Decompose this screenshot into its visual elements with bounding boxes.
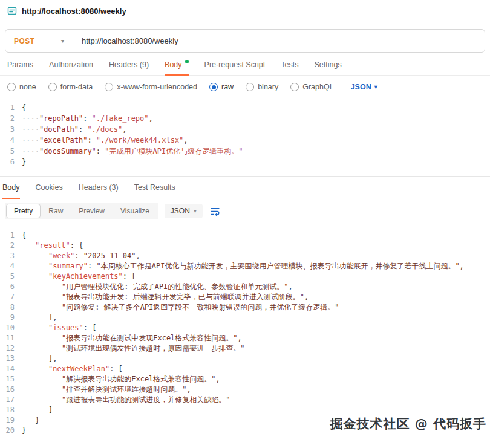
body-mode-raw[interactable]: raw	[209, 83, 234, 91]
code-text: {	[22, 102, 490, 113]
radio-icon-selected	[209, 83, 218, 91]
code-line: 1{	[0, 102, 490, 113]
line-number: 17	[0, 395, 22, 405]
response-tab-cookies[interactable]: Cookies	[36, 177, 63, 198]
tab-label: Headers (3)	[79, 183, 119, 192]
tab-label: Tests	[281, 60, 298, 69]
chevron-down-icon: ▾	[374, 84, 377, 90]
request-body-editor[interactable]: 1{2····"repoPath": "./fake_repo",3····"d…	[0, 97, 490, 176]
wrap-text-button[interactable]	[210, 206, 220, 216]
body-mode-none[interactable]: none	[7, 83, 36, 91]
tab-params[interactable]: Params	[7, 54, 33, 75]
body-mode-form-data[interactable]: form-data	[48, 83, 93, 91]
raw-language-selector[interactable]: JSON ▾	[351, 83, 377, 91]
response-language-selector[interactable]: JSON ▾	[165, 204, 203, 218]
line-number: 1	[0, 102, 22, 113]
code-line: 11"报表导出功能在测试中发现Excel格式兼容性问题。",	[0, 333, 490, 343]
body-mode-graphql[interactable]: GraphQL	[290, 83, 333, 91]
code-token: "result"	[35, 241, 70, 250]
line-number: 9	[0, 313, 22, 323]
code-line: 18]	[0, 405, 490, 415]
word-wrap-icon	[210, 206, 220, 216]
code-line: 16"排查并解决测试环境连接超时问题。",	[0, 385, 490, 395]
code-text: "报表导出功能开发: 后端逻辑开发完毕，已与前端联调并进入测试阶段。",	[22, 292, 490, 302]
line-number: 3	[0, 124, 22, 135]
body-mode-binary[interactable]: binary	[246, 83, 278, 91]
code-line: 6}	[0, 157, 490, 167]
code-text: "keyAchievements": [	[22, 271, 490, 282]
code-token: : {	[70, 241, 83, 250]
body-mode-x-www-form-urlencoded[interactable]: x-www-form-urlencoded	[105, 83, 197, 91]
code-token: "repoPath"	[39, 114, 83, 123]
tab-label: Pre-request Script	[204, 60, 266, 69]
code-token: "解决报表导出功能的Excel格式兼容性问题。"	[62, 375, 216, 383]
tab-settings[interactable]: Settings	[314, 54, 341, 75]
view-label: Pretty	[14, 207, 33, 215]
tab-headers[interactable]: Headers (9)	[109, 54, 149, 75]
code-token: "排查并解决测试环境连接超时问题。"	[62, 385, 186, 394]
method-label: POST	[14, 37, 34, 45]
line-number: 3	[0, 251, 22, 261]
code-text: ····"docsSummary": "完成用户模块API优化与缓存逻辑重构。"	[22, 146, 490, 157]
url-input[interactable]: http://localhost:8080/weekly	[73, 36, 178, 45]
radio-label: binary	[258, 83, 278, 91]
line-number: 4	[0, 135, 22, 146]
code-token: ,	[238, 334, 242, 342]
code-line: 4····"excelPath": "./work/week44.xlsx",	[0, 135, 490, 146]
code-token: "用户管理模块优化: 完成了API的性能优化、参数验证和单元测试。"	[62, 282, 289, 291]
tab-pre-request-script[interactable]: Pre-request Script	[204, 54, 266, 75]
code-token: "报表导出功能在测试中发现Excel格式兼容性问题。"	[62, 334, 238, 342]
tab-label: Body	[2, 183, 20, 192]
tab-tests[interactable]: Tests	[281, 54, 298, 75]
code-token: }	[22, 426, 26, 435]
method-selector[interactable]: POST ▾	[5, 30, 73, 52]
code-token: ]	[48, 406, 53, 414]
language-label: JSON	[351, 83, 371, 91]
radio-icon	[48, 83, 57, 91]
code-token: "报表导出功能开发: 后端逻辑开发完毕，已与前端联调并进入测试阶段。"	[62, 293, 304, 301]
line-number: 10	[0, 323, 22, 333]
response-tab-test-results[interactable]: Test Results	[134, 177, 175, 198]
view-visualize[interactable]: Visualize	[113, 204, 157, 218]
code-text: "用户管理模块优化: 完成了API的性能优化、参数验证和单元测试。",	[22, 282, 490, 292]
radio-icon	[290, 83, 299, 91]
language-label: JSON	[171, 207, 190, 215]
view-preview[interactable]: Preview	[71, 204, 113, 218]
radio-icon	[105, 83, 113, 91]
request-tabs: Params Authorization Headers (9) Body Pr…	[0, 54, 490, 76]
code-token: :	[88, 262, 96, 270]
line-number: 2	[0, 113, 22, 124]
chevron-down-icon: ▾	[194, 208, 197, 214]
code-token: "./docs"	[87, 125, 122, 134]
code-line: 5"keyAchievements": [	[0, 271, 490, 282]
code-token: :	[96, 147, 105, 155]
tab-title[interactable]: http://localhost:8080/weekly	[22, 7, 126, 16]
tab-body[interactable]: Body	[165, 54, 189, 75]
code-token: "docPath"	[39, 125, 79, 134]
view-mode-group: Pretty Raw Preview Visualize	[5, 203, 158, 219]
code-token: ,	[136, 252, 140, 260]
line-number: 13	[0, 354, 22, 364]
code-token: "issues"	[48, 323, 83, 332]
code-token: }	[22, 158, 26, 166]
tab-authorization[interactable]: Authorization	[49, 54, 93, 75]
view-pretty[interactable]: Pretty	[6, 204, 41, 218]
code-token: ····	[22, 125, 39, 134]
code-token: :	[83, 114, 91, 123]
response-body-viewer: 1{2"result": {3"week": "2025-11-04",4"su…	[0, 226, 490, 444]
code-token: ····	[22, 136, 39, 144]
tab-label: Headers (9)	[109, 60, 149, 69]
code-line: 3"week": "2025-11-04",	[0, 251, 490, 261]
view-raw[interactable]: Raw	[41, 204, 71, 218]
tab-label: Cookies	[36, 183, 63, 192]
response-tab-body[interactable]: Body	[2, 177, 20, 198]
code-line: 13],	[0, 354, 490, 364]
code-line: 2····"repoPath": "./fake_repo",	[0, 113, 490, 124]
radio-icon	[7, 83, 16, 91]
line-number: 15	[0, 374, 22, 385]
response-tab-headers[interactable]: Headers (3)	[79, 177, 119, 198]
line-number: 4	[0, 261, 22, 271]
code-token: "问题修复: 解决了多个API返回字段不一致和映射错误的问题，并优化了缓存逻辑。…	[62, 303, 339, 311]
line-number: 6	[0, 282, 22, 292]
radio-label: form-data	[60, 83, 93, 91]
